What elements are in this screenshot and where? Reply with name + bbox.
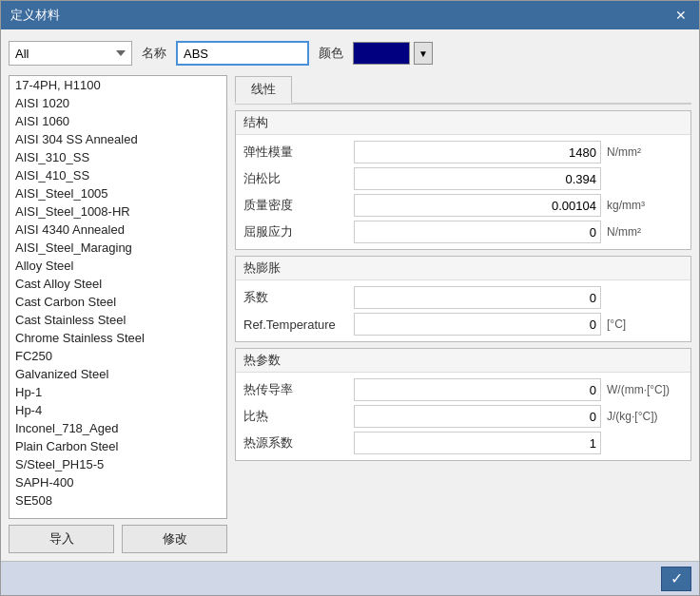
list-item[interactable]: AISI 1020 bbox=[10, 94, 226, 112]
name-input[interactable] bbox=[176, 41, 309, 66]
top-bar: All 名称 颜色 ▼ bbox=[9, 37, 691, 69]
material-list: 17-4PH, H1100AISI 1020AISI 1060AISI 304 … bbox=[10, 76, 226, 518]
list-item[interactable]: AISI_Steel_1005 bbox=[10, 184, 226, 202]
list-item[interactable]: AISI_310_SS bbox=[10, 148, 226, 166]
list-item[interactable]: Hp-1 bbox=[10, 383, 226, 401]
list-item[interactable]: Galvanized Steel bbox=[10, 365, 226, 383]
conductivity-label: 热传导率 bbox=[243, 381, 348, 398]
density-label: 质量密度 bbox=[243, 197, 348, 214]
thermal-expansion-body: 系数 Ref.Temperature [°C] bbox=[236, 280, 690, 341]
conductivity-input[interactable] bbox=[354, 378, 601, 401]
structure-body: 弹性模量 N/mm² 泊松比 质量密度 bbox=[236, 135, 690, 249]
yield-input[interactable] bbox=[354, 221, 601, 243]
color-swatch[interactable] bbox=[353, 42, 410, 65]
list-item[interactable]: AISI 1060 bbox=[10, 112, 226, 130]
density-input[interactable] bbox=[354, 194, 601, 217]
list-item[interactable]: AISI_Steel_1008-HR bbox=[10, 202, 226, 221]
main-area: 17-4PH, H1100AISI 1020AISI 1060AISI 304 … bbox=[9, 75, 691, 553]
prop-row-heat-source: 热源系数 bbox=[243, 432, 683, 454]
import-button[interactable]: 导入 bbox=[9, 525, 114, 553]
structure-title: 结构 bbox=[236, 111, 690, 135]
conductivity-unit: W/(mm·[°C]) bbox=[607, 383, 683, 396]
list-item[interactable]: Alloy Steel bbox=[10, 257, 226, 275]
material-list-container: 17-4PH, H1100AISI 1020AISI 1060AISI 304 … bbox=[9, 75, 227, 519]
define-material-dialog: 定义材料 ✕ All 名称 颜色 ▼ 17-4PH, H110 bbox=[0, 0, 700, 596]
properties-area: 结构 弹性模量 N/mm² 泊松比 bbox=[235, 110, 691, 553]
list-item[interactable]: FC250 bbox=[10, 347, 226, 365]
density-unit: kg/mm³ bbox=[607, 199, 683, 212]
prop-row-coefficient: 系数 bbox=[243, 286, 683, 309]
list-item[interactable]: Cast Stainless Steel bbox=[10, 311, 226, 329]
thermal-expansion-section: 热膨胀 系数 Ref.Temperature [°C] bbox=[235, 256, 691, 342]
dialog-title: 定义材料 bbox=[10, 7, 60, 24]
thermal-params-body: 热传导率 W/(mm·[°C]) 比热 J/(kg·[°C]) 热源系数 bbox=[236, 373, 690, 460]
thermal-expansion-title: 热膨胀 bbox=[236, 257, 690, 280]
prop-row-ref-temp: Ref.Temperature [°C] bbox=[243, 313, 683, 336]
list-item[interactable]: Chrome Stainless Steel bbox=[10, 329, 226, 347]
ref-temp-input[interactable] bbox=[354, 313, 601, 336]
color-label: 颜色 bbox=[319, 45, 343, 62]
coefficient-input[interactable] bbox=[354, 286, 601, 309]
list-item[interactable]: Inconel_718_Aged bbox=[10, 419, 226, 437]
elasticity-unit: N/mm² bbox=[607, 145, 683, 159]
left-panel: 17-4PH, H1100AISI 1020AISI 1060AISI 304 … bbox=[9, 75, 227, 553]
specific-heat-unit: J/(kg·[°C]) bbox=[607, 410, 683, 423]
elasticity-input[interactable] bbox=[354, 141, 601, 163]
dialog-content: All 名称 颜色 ▼ 17-4PH, H1100AISI 1020AISI 1… bbox=[1, 29, 699, 561]
bottom-bar: ✓ bbox=[1, 561, 699, 595]
title-bar: 定义材料 ✕ bbox=[1, 1, 699, 29]
list-item[interactable]: AISI 304 SS Annealed bbox=[10, 130, 226, 148]
list-item[interactable]: Cast Alloy Steel bbox=[10, 275, 226, 293]
thermal-params-section: 热参数 热传导率 W/(mm·[°C]) 比热 J/(kg·[°C]) bbox=[235, 348, 691, 461]
prop-row-conductivity: 热传导率 W/(mm·[°C]) bbox=[243, 378, 683, 401]
prop-row-specific-heat: 比热 J/(kg·[°C]) bbox=[243, 405, 683, 428]
list-item[interactable]: AISI_Steel_Maraging bbox=[10, 239, 226, 257]
color-picker: ▼ bbox=[353, 42, 433, 65]
structure-section: 结构 弹性模量 N/mm² 泊松比 bbox=[235, 110, 691, 250]
tab-linear[interactable]: 线性 bbox=[235, 76, 292, 104]
ok-button[interactable]: ✓ bbox=[661, 567, 691, 591]
tab-bar: 线性 bbox=[235, 75, 691, 105]
prop-row-density: 质量密度 kg/mm³ bbox=[243, 194, 683, 217]
poisson-label: 泊松比 bbox=[243, 170, 348, 187]
ref-temp-unit: [°C] bbox=[607, 317, 683, 331]
specific-heat-input[interactable] bbox=[354, 405, 601, 428]
list-item[interactable]: Plain Carbon Steel bbox=[10, 437, 226, 455]
heat-source-input[interactable] bbox=[354, 432, 601, 454]
list-item[interactable]: SAPH-400 bbox=[10, 473, 226, 491]
specific-heat-label: 比热 bbox=[243, 408, 348, 425]
coefficient-label: 系数 bbox=[243, 289, 348, 306]
prop-row-poisson: 泊松比 bbox=[243, 167, 683, 190]
name-label: 名称 bbox=[142, 45, 166, 62]
modify-button[interactable]: 修改 bbox=[122, 525, 227, 553]
list-item[interactable]: 17-4PH, H1100 bbox=[10, 76, 226, 94]
list-item[interactable]: SE508 bbox=[10, 491, 226, 509]
list-item[interactable]: AISI_410_SS bbox=[10, 166, 226, 184]
list-item[interactable]: S/Steel_PH15-5 bbox=[10, 455, 226, 473]
color-dropdown-button[interactable]: ▼ bbox=[414, 42, 433, 65]
yield-unit: N/mm² bbox=[607, 225, 683, 239]
yield-label: 屈服应力 bbox=[243, 223, 348, 240]
prop-row-elasticity: 弹性模量 N/mm² bbox=[243, 141, 683, 163]
list-item[interactable]: Hp-4 bbox=[10, 401, 226, 419]
elasticity-label: 弹性模量 bbox=[243, 144, 348, 161]
filter-dropdown[interactable]: All bbox=[9, 41, 132, 66]
list-item[interactable]: Cast Carbon Steel bbox=[10, 293, 226, 311]
thermal-params-title: 热参数 bbox=[236, 349, 690, 373]
prop-row-yield: 屈服应力 N/mm² bbox=[243, 221, 683, 243]
ref-temp-label: Ref.Temperature bbox=[243, 317, 348, 332]
list-item[interactable]: AISI 4340 Annealed bbox=[10, 221, 226, 239]
right-panel: 线性 结构 弹性模量 N/mm² bbox=[235, 75, 691, 553]
button-row: 导入 修改 bbox=[9, 525, 227, 553]
close-button[interactable]: ✕ bbox=[672, 7, 690, 24]
poisson-input[interactable] bbox=[354, 167, 601, 190]
heat-source-label: 热源系数 bbox=[243, 434, 348, 452]
